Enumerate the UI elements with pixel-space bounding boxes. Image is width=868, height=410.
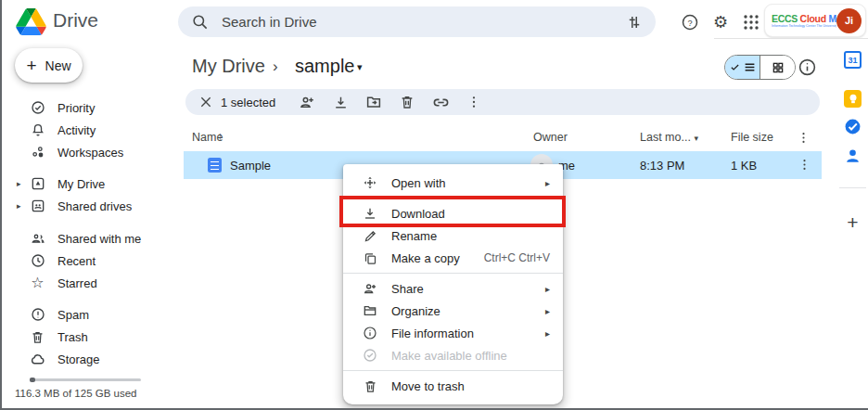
grid-view-button[interactable] bbox=[760, 56, 795, 79]
priority-icon bbox=[30, 100, 45, 116]
search-bar[interactable] bbox=[178, 6, 656, 37]
copy-icon bbox=[362, 250, 378, 266]
get-addons-plus-icon[interactable]: + bbox=[844, 211, 862, 234]
search-filters-icon[interactable] bbox=[626, 14, 643, 31]
sidebar-item-label: Storage bbox=[57, 352, 100, 366]
storage-progress-bar bbox=[30, 378, 141, 381]
move-to-folder-icon[interactable] bbox=[364, 93, 383, 111]
sort-ascending-icon[interactable]: ↑ bbox=[217, 129, 223, 143]
sidebar-item-activity[interactable]: Activity bbox=[2, 119, 169, 141]
settings-gear-icon[interactable]: ⚙ bbox=[710, 12, 731, 32]
sort-caret-icon: ▾ bbox=[694, 134, 698, 143]
sidebar-item-spam[interactable]: Spam bbox=[2, 303, 169, 326]
recent-clock-icon bbox=[30, 253, 45, 269]
sidebar-item-label: Recent bbox=[57, 254, 96, 268]
more-actions-icon[interactable] bbox=[465, 93, 483, 111]
account-badge-title: ECCS Cloud Mail bbox=[772, 13, 836, 24]
shared-with-me-icon bbox=[30, 231, 45, 247]
check-icon bbox=[730, 62, 740, 72]
menu-item-move-to-trash[interactable]: Move to trash bbox=[343, 375, 563, 397]
sidebar-item-label: Starred bbox=[57, 276, 97, 290]
share-person-add-icon bbox=[362, 280, 378, 297]
grid-view-icon bbox=[772, 61, 785, 74]
trash-icon bbox=[362, 378, 378, 394]
trash-icon[interactable] bbox=[398, 93, 416, 111]
apps-grid-icon[interactable] bbox=[741, 12, 761, 32]
submenu-arrow-icon: ▸ bbox=[545, 328, 550, 339]
search-input[interactable] bbox=[222, 14, 626, 30]
storage-usage-text: 116.3 MB of 125 GB used bbox=[15, 388, 136, 399]
expand-arrow-icon[interactable]: ▸ bbox=[17, 201, 21, 211]
sidebar-item-priority[interactable]: Priority bbox=[2, 96, 169, 119]
storage-cloud-icon bbox=[30, 352, 45, 367]
menu-divider bbox=[343, 198, 563, 199]
menu-item-rename[interactable]: Rename bbox=[343, 224, 563, 247]
rename-pencil-icon bbox=[362, 227, 378, 244]
submenu-arrow-icon: ▸ bbox=[545, 178, 550, 188]
sidebar-item-label: Trash bbox=[57, 330, 88, 344]
drive-logo-icon[interactable] bbox=[16, 8, 46, 35]
column-header-modified[interactable]: Last mo... ▾ bbox=[640, 131, 698, 144]
sidebar-item-my-drive[interactable]: ▸ My Drive bbox=[2, 173, 169, 195]
expand-arrow-icon[interactable]: ▸ bbox=[17, 179, 21, 188]
menu-item-share[interactable]: Share ▸ bbox=[343, 277, 563, 300]
copy-link-icon[interactable] bbox=[431, 93, 450, 111]
account-badge-text: ECCS Cloud Mail Information Technology C… bbox=[772, 13, 836, 28]
sidebar-item-shared-with-me[interactable]: Shared with me bbox=[2, 227, 169, 250]
submenu-arrow-icon: ▸ bbox=[545, 306, 550, 316]
help-icon[interactable]: ? bbox=[680, 12, 700, 32]
sidebar-item-storage[interactable]: Storage bbox=[2, 348, 169, 370]
info-icon bbox=[362, 325, 378, 341]
sidebar-item-label: Priority bbox=[57, 101, 95, 115]
rail-divider bbox=[839, 187, 866, 188]
tasks-icon[interactable] bbox=[844, 118, 862, 135]
column-header-size[interactable]: File size bbox=[731, 131, 773, 144]
google-docs-file-icon bbox=[208, 158, 222, 173]
breadcrumb-current-folder[interactable]: sample bbox=[295, 56, 354, 77]
sidebar-item-recent[interactable]: Recent bbox=[2, 250, 169, 272]
account-badge-subtitle: Information Technology Center The Univer… bbox=[772, 24, 836, 28]
row-more-actions-icon[interactable] bbox=[796, 156, 814, 174]
share-person-add-icon[interactable] bbox=[298, 93, 316, 111]
file-modified-time: 8:13 PM bbox=[640, 159, 684, 173]
workspaces-icon bbox=[30, 145, 45, 160]
clear-selection-icon[interactable] bbox=[197, 93, 215, 111]
menu-item-make-available-offline: Make available offline bbox=[343, 344, 563, 366]
sidebar-item-label: My Drive bbox=[57, 177, 105, 191]
selection-toolbar: 1 selected bbox=[185, 89, 820, 115]
menu-item-file-information[interactable]: File information ▸ bbox=[343, 322, 563, 344]
context-menu: Open with ▸ Download Rename Make a copy … bbox=[343, 164, 563, 404]
new-button[interactable]: + New bbox=[15, 48, 83, 83]
calendar-icon[interactable]: 31 bbox=[844, 51, 862, 69]
sidebar-item-workspaces[interactable]: Workspaces bbox=[2, 141, 169, 163]
google-drive-window: Drive ? ⚙ ECCS Cloud Mail Information Te… bbox=[0, 0, 868, 410]
sidebar-item-shared-drives[interactable]: ▸ Shared drives bbox=[2, 195, 169, 217]
sidebar-item-starred[interactable]: ☆ Starred bbox=[2, 272, 169, 294]
shared-drives-icon bbox=[30, 199, 45, 214]
plus-icon: + bbox=[26, 57, 36, 74]
keep-icon[interactable] bbox=[844, 90, 862, 108]
folder-dropdown-caret-icon[interactable]: ▾ bbox=[357, 61, 363, 73]
spam-icon bbox=[30, 307, 45, 323]
download-icon[interactable] bbox=[331, 93, 350, 111]
breadcrumb-chevron-icon: › bbox=[273, 58, 278, 76]
column-header-owner[interactable]: Owner bbox=[533, 131, 568, 144]
menu-item-organize[interactable]: Organize ▸ bbox=[343, 300, 563, 322]
offline-pin-icon bbox=[362, 347, 378, 364]
storage-progress-fill bbox=[30, 378, 35, 382]
sidebar-item-trash[interactable]: Trash bbox=[2, 326, 169, 348]
list-view-button[interactable] bbox=[725, 56, 760, 79]
sidebar-item-label: Activity bbox=[57, 123, 96, 137]
user-avatar[interactable]: Ji bbox=[836, 8, 862, 33]
contacts-icon[interactable] bbox=[844, 147, 862, 164]
breadcrumb-my-drive[interactable]: My Drive bbox=[192, 56, 265, 77]
menu-item-download[interactable]: Download bbox=[343, 202, 563, 224]
menu-item-make-a-copy[interactable]: Make a copy Ctrl+C Ctrl+V bbox=[343, 247, 563, 269]
account-badge[interactable]: ECCS Cloud Mail Information Technology C… bbox=[764, 4, 866, 37]
menu-item-open-with[interactable]: Open with ▸ bbox=[343, 172, 563, 194]
activity-bell-icon bbox=[30, 122, 45, 138]
submenu-arrow-icon: ▸ bbox=[545, 284, 550, 294]
selected-count-label: 1 selected bbox=[221, 96, 275, 109]
details-info-icon[interactable] bbox=[798, 58, 817, 77]
column-settings-icon[interactable] bbox=[795, 129, 813, 147]
